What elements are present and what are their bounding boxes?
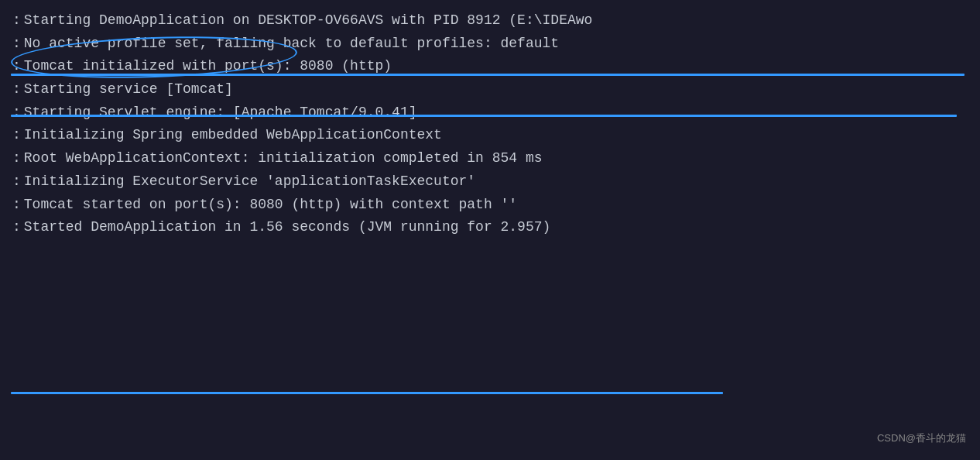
line-text: No active profile set, falling back to d… <box>24 33 559 56</box>
log-line-5: : Starting Servlet engine: [Apache Tomca… <box>12 101 968 125</box>
line-prefix: : <box>12 9 21 33</box>
line-text: Initializing Spring embedded WebApplicat… <box>24 124 442 147</box>
log-line-6: : Initializing Spring embedded WebApplic… <box>12 124 968 147</box>
log-line-7: : Root WebApplicationContext: initializa… <box>12 147 968 170</box>
log-line-1: : Starting DemoApplication on DESKTOP-OV… <box>12 9 968 33</box>
log-line-10: : Started DemoApplication in 1.56 second… <box>12 216 968 239</box>
log-line-4: : Starting service [Tomcat] <box>12 78 968 101</box>
line-prefix: : <box>12 78 21 101</box>
line-prefix: : <box>12 170 21 194</box>
line-prefix: : <box>12 124 21 147</box>
line-prefix: : <box>12 147 21 170</box>
line-text: Starting Servlet engine: [Apache Tomcat/… <box>24 101 417 125</box>
line-text: Root WebApplicationContext: initializati… <box>24 147 543 170</box>
line-prefix: : <box>12 216 21 239</box>
line-text: Starting service [Tomcat] <box>24 78 233 101</box>
line-text: Tomcat initialized with port(s): 8080 (h… <box>24 55 392 78</box>
log-line-8: : Initializing ExecutorService 'applicat… <box>12 170 968 194</box>
watermark: CSDN@香斗的龙猫 <box>877 430 966 446</box>
underline-annotation-tomcat <box>11 392 723 394</box>
console-output: : Starting DemoApplication on DESKTOP-OV… <box>0 0 980 460</box>
log-line-3: : Tomcat initialized with port(s): 8080 … <box>12 55 968 78</box>
line-prefix: : <box>12 55 21 78</box>
line-prefix: : <box>12 33 21 56</box>
line-prefix: : <box>12 101 21 125</box>
line-text: Tomcat started on port(s): 8080 (http) w… <box>24 194 517 217</box>
line-text: Starting DemoApplication on DESKTOP-OV66… <box>24 9 593 33</box>
log-line-2: : No active profile set, falling back to… <box>12 33 968 56</box>
line-text: Initializing ExecutorService 'applicatio… <box>24 170 475 194</box>
log-line-9: : Tomcat started on port(s): 8080 (http)… <box>12 194 968 217</box>
line-prefix: : <box>12 194 21 217</box>
line-text: Started DemoApplication in 1.56 seconds … <box>24 216 551 239</box>
